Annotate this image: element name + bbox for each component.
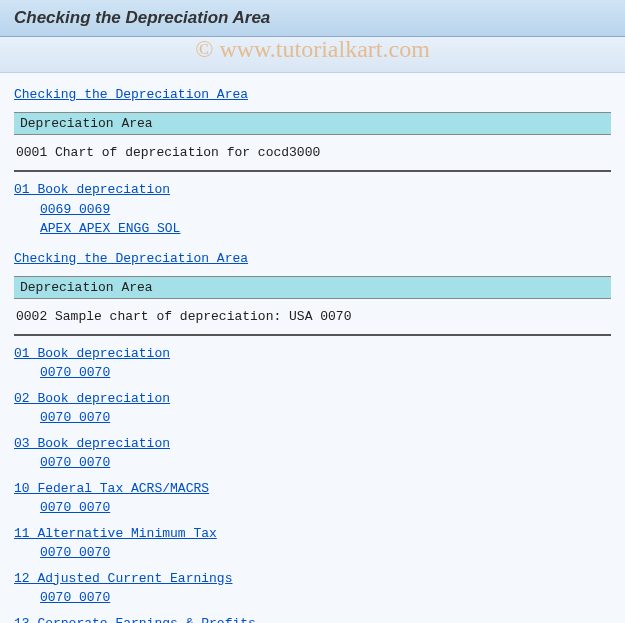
depreciation-area-row: 01 Book depreciation0070 0070 [14, 344, 611, 383]
depreciation-area-detail[interactable]: 0070 0070 [14, 408, 611, 428]
section-header: Depreciation Area [14, 276, 611, 299]
depreciation-area-row: 03 Book depreciation0070 0070 [14, 434, 611, 473]
depreciation-area-link[interactable]: 02 Book depreciation [14, 389, 611, 409]
depreciation-area-link[interactable]: 13 Corporate Earnings & Profits [14, 614, 611, 624]
depreciation-area-link[interactable]: 01 Book depreciation [14, 180, 611, 200]
depreciation-area-link[interactable]: 03 Book depreciation [14, 434, 611, 454]
depreciation-area-detail[interactable]: 0070 0070 [14, 363, 611, 383]
depreciation-area-detail[interactable]: 0070 0070 [14, 453, 611, 473]
window-title: Checking the Depreciation Area [14, 8, 270, 27]
checking-depreciation-area-link[interactable]: Checking the Depreciation Area [14, 251, 248, 266]
section-header: Depreciation Area [14, 112, 611, 135]
chart-title: 0001 Chart of depreciation for cocd3000 [14, 135, 611, 172]
depreciation-area-detail[interactable]: 0069 0069 [14, 200, 611, 220]
depreciation-area-row: 11 Alternative Minimum Tax0070 0070 [14, 524, 611, 563]
depreciation-area-row: 13 Corporate Earnings & Profits0070 0070 [14, 614, 611, 624]
depreciation-area-row: 10 Federal Tax ACRS/MACRS0070 0070 [14, 479, 611, 518]
depreciation-area-link[interactable]: 11 Alternative Minimum Tax [14, 524, 611, 544]
checking-depreciation-area-link[interactable]: Checking the Depreciation Area [14, 87, 248, 102]
depreciation-area-detail[interactable]: APEX APEX ENGG SOL [14, 219, 611, 239]
depreciation-area-row: 12 Adjusted Current Earnings0070 0070 [14, 569, 611, 608]
main-content: Checking the Depreciation AreaDepreciati… [0, 73, 625, 623]
window-title-bar: Checking the Depreciation Area [0, 0, 625, 37]
depreciation-area-detail[interactable]: 0070 0070 [14, 543, 611, 563]
chart-title: 0002 Sample chart of depreciation: USA 0… [14, 299, 611, 336]
depreciation-area-link[interactable]: 12 Adjusted Current Earnings [14, 569, 611, 589]
depreciation-area-row: 01 Book depreciation0069 0069APEX APEX E… [14, 180, 611, 239]
depreciation-area-link[interactable]: 01 Book depreciation [14, 344, 611, 364]
depreciation-area-link[interactable]: 10 Federal Tax ACRS/MACRS [14, 479, 611, 499]
depreciation-area-detail[interactable]: 0070 0070 [14, 588, 611, 608]
depreciation-area-row: 02 Book depreciation0070 0070 [14, 389, 611, 428]
depreciation-area-detail[interactable]: 0070 0070 [14, 498, 611, 518]
toolbar-strip [0, 37, 625, 73]
